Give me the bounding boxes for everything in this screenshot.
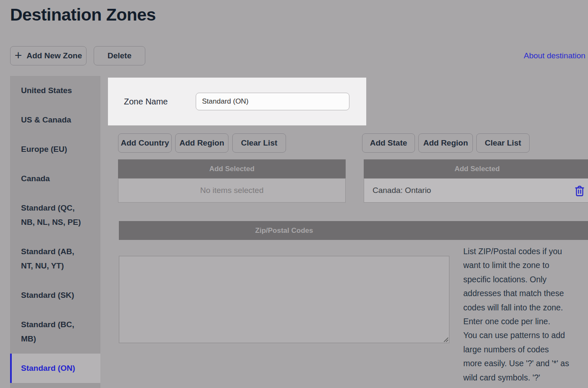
- zip-postal-codes-header-text: Zip/Postal Codes: [119, 227, 449, 235]
- zip-codes-textarea[interactable]: [119, 256, 449, 343]
- trash-icon[interactable]: [574, 185, 585, 197]
- zip-codes-help-text: List ZIP/Postal codes if you want to lim…: [463, 245, 583, 385]
- sidebar-item-standard-bc[interactable]: Standard (BC, MB): [10, 310, 100, 354]
- add-country-button[interactable]: Add Country: [118, 133, 172, 153]
- add-new-zone-label: Add New Zone: [26, 51, 82, 60]
- destination-zones-page: Destination Zones + Add New Zone Delete …: [0, 0, 588, 388]
- add-region-button-states[interactable]: Add Region: [418, 133, 473, 153]
- sidebar-item-europe-eu[interactable]: Europe (EU): [10, 135, 100, 164]
- sidebar-item-standard-on[interactable]: Standard (ON): [10, 354, 100, 383]
- sidebar-item-us-canada[interactable]: US & Canada: [10, 105, 100, 135]
- sidebar-item-standard-ab[interactable]: Standard (AB, NT, NU, YT): [10, 237, 100, 281]
- add-selected-header-states: Add Selected: [364, 159, 588, 178]
- zip-postal-codes-header: Zip/Postal Codes: [119, 221, 588, 240]
- add-new-zone-button[interactable]: + Add New Zone: [10, 46, 87, 65]
- sidebar-item-united-states[interactable]: United States: [10, 76, 100, 105]
- delete-button[interactable]: Delete: [94, 46, 145, 65]
- add-selected-header-countries: Add Selected: [118, 159, 346, 178]
- zone-name-input[interactable]: [196, 93, 349, 110]
- sidebar-item-canada[interactable]: Canada: [10, 164, 100, 193]
- sidebar-item-standard-sk[interactable]: Standard (SK): [10, 281, 100, 310]
- clear-list-button-states[interactable]: Clear List: [476, 133, 530, 153]
- no-items-selected-row: No items selected: [118, 178, 346, 203]
- add-state-button[interactable]: Add State: [362, 133, 415, 153]
- textarea-resize-handle-icon[interactable]: [443, 336, 449, 342]
- zone-name-label: Zone Name: [124, 78, 168, 125]
- selected-region-row: Canada: Ontario: [364, 178, 588, 203]
- zone-name-panel: Zone Name: [108, 78, 366, 125]
- no-items-selected-text: No items selected: [200, 186, 263, 195]
- selected-region-label: Canada: Ontario: [373, 186, 431, 195]
- about-destination-zones-link[interactable]: About destination zones: [524, 51, 588, 60]
- zones-sidebar: United States US & Canada Europe (EU) Ca…: [10, 76, 100, 388]
- add-region-button[interactable]: Add Region: [175, 133, 228, 153]
- clear-list-button[interactable]: Clear List: [232, 133, 286, 153]
- plus-icon: +: [15, 51, 22, 60]
- sidebar-item-standard-qc[interactable]: Standard (QC, NB, NL, NS, PE): [10, 193, 100, 237]
- page-title: Destination Zones: [10, 5, 156, 25]
